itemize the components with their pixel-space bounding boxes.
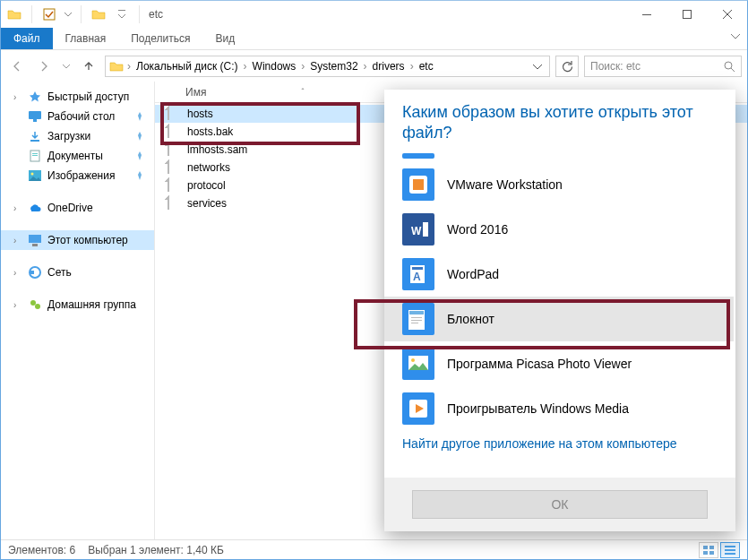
address-bar-dropdown[interactable] [529,62,546,71]
chevron-right-icon[interactable]: › [13,236,22,246]
search-input[interactable] [590,60,707,73]
sidebar-item-label: Загрузки [47,130,90,142]
chevron-right-icon[interactable]: › [13,92,22,102]
app-item[interactable]: Программа Picasa Photo Viewer [384,341,734,386]
find-another-app-link[interactable]: Найти другое приложение на этом компьюте… [384,431,734,461]
breadcrumb-segment[interactable]: Локальный диск (C:) [133,60,242,73]
nav-recent-dropdown[interactable] [60,56,73,77]
minimize-button[interactable] [626,1,666,28]
app-label: WordPad [447,267,499,281]
maximize-button[interactable] [666,1,707,28]
file-name: lmhosts.sam [187,143,247,156]
svg-rect-35 [411,317,422,318]
address-bar[interactable]: › Локальный диск (C:) › Windows › System… [105,56,550,77]
explorer-window: etc Файл Главная Поделиться Вид › Локаль… [0,0,748,560]
sidebar-item-label: Изображения [47,169,115,182]
pin-icon [133,109,147,124]
nav-forward-button[interactable] [33,56,55,77]
pictures-icon [28,168,42,183]
nav-back-button[interactable] [6,56,28,77]
chevron-right-icon[interactable]: › [13,203,22,213]
status-selection: Выбран 1 элемент: 1,40 КБ [88,544,224,556]
qat-overflow-icon[interactable] [112,10,132,19]
breadcrumb-segment[interactable]: Windows [249,60,300,73]
tab-view[interactable]: Вид [202,28,247,49]
sidebar-item-onedrive[interactable]: › OneDrive [1,198,154,218]
refresh-button[interactable] [555,56,579,77]
file-icon [168,196,182,211]
app-item[interactable]: W Word 2016 [384,207,734,252]
svg-rect-31 [412,267,423,270]
dialog-heading: Каким образом вы хотите открыть этот фай… [384,90,735,150]
app-item[interactable]: Проигрыватель Windows Media [384,386,734,431]
close-button[interactable] [707,1,747,28]
documents-icon [28,149,42,163]
ok-button[interactable]: ОК [412,490,708,519]
sidebar-item-quick-access[interactable]: › Быстрый доступ [1,87,154,107]
app-list[interactable]: VMware Workstation W Word 2016 A WordPad… [384,150,734,478]
app-label: Программа Picasa Photo Viewer [447,357,632,371]
qat-dropdown-icon[interactable] [63,11,73,18]
app-label: Word 2016 [447,222,508,237]
svg-rect-2 [642,14,651,15]
app-item[interactable]: A WordPad [384,252,734,297]
chevron-right-icon[interactable]: › [301,60,305,73]
column-header-name[interactable]: Имя [185,86,206,99]
chevron-right-icon[interactable]: › [364,60,367,73]
file-icon [168,178,182,193]
breadcrumb-segment[interactable]: drivers [369,60,408,73]
navigation-pane: › Быстрый доступ Рабочий стол Загрузки Д [1,82,155,539]
sidebar-item-pictures[interactable]: Изображения [1,166,154,185]
chevron-right-icon[interactable]: › [410,60,414,73]
sidebar-item-this-pc[interactable]: › Этот компьютер [1,230,154,250]
sidebar-item-label: OneDrive [47,202,93,214]
search-icon[interactable] [723,60,735,73]
view-thumbnails-button[interactable] [699,542,718,558]
app-icon [402,348,434,380]
file-name: networks [187,161,230,174]
tab-file[interactable]: Файл [1,28,53,49]
chevron-right-icon[interactable]: › [13,268,22,278]
folder-icon [89,7,108,22]
nav-up-button[interactable] [78,56,99,77]
breadcrumb-segment[interactable]: System32 [306,60,361,73]
qat-checkbox-icon[interactable] [39,8,59,21]
sidebar-item-documents[interactable]: Документы [1,146,154,166]
chevron-right-icon[interactable]: › [13,300,22,310]
svg-rect-19 [703,546,708,549]
svg-text:W: W [411,225,422,237]
app-item[interactable]: Блокнот [384,297,734,341]
sidebar-item-desktop[interactable]: Рабочий стол [1,107,154,126]
svg-rect-22 [709,551,714,555]
downloads-icon [28,129,42,143]
svg-rect-6 [33,119,37,122]
app-label: Блокнот [447,312,494,326]
svg-rect-23 [725,546,735,547]
ribbon-expand-icon[interactable] [724,28,747,49]
file-name: hosts.bak [187,125,233,138]
svg-rect-13 [29,235,41,243]
breadcrumb-segment[interactable]: etc [416,60,437,73]
chevron-right-icon[interactable]: › [127,60,131,73]
app-icon: A [402,258,434,290]
ribbon: Файл Главная Поделиться Вид [1,28,747,50]
svg-rect-1 [118,10,125,11]
svg-rect-25 [725,553,735,555]
svg-rect-34 [409,311,424,314]
search-box[interactable] [584,56,742,77]
svg-rect-16 [30,271,34,274]
chevron-right-icon[interactable]: › [244,60,247,73]
tab-home[interactable]: Главная [53,28,119,49]
view-details-button[interactable] [720,542,740,558]
sidebar-item-label: Этот компьютер [47,234,128,246]
status-item-count: Элементов: 6 [8,544,75,556]
app-item[interactable]: VMware Workstation [384,162,734,207]
sidebar-item-downloads[interactable]: Загрузки [1,126,154,146]
svg-rect-21 [703,551,708,555]
svg-point-39 [411,358,415,362]
app-item[interactable] [384,150,734,162]
sidebar-item-homegroup[interactable]: › Домашняя группа [1,295,154,314]
svg-text:A: A [413,271,421,283]
sidebar-item-network[interactable]: › Сеть [1,263,154,282]
tab-share[interactable]: Поделиться [118,28,202,49]
